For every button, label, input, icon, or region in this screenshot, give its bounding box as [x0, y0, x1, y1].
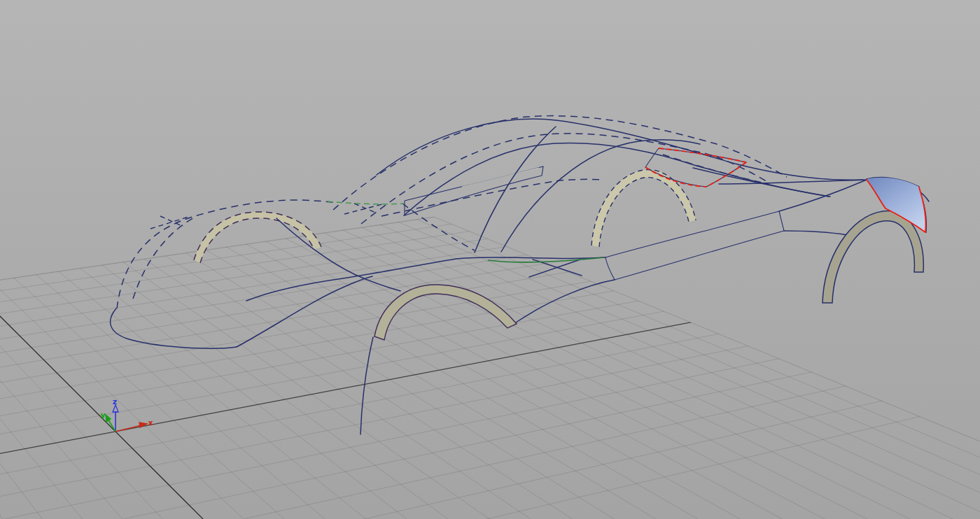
front-wheel-arch-far[interactable]	[194, 212, 321, 263]
grid-line	[0, 164, 268, 519]
grid-line	[0, 164, 19, 519]
mid-x-marker-dashed-2	[354, 204, 377, 213]
roof-arc-high-dashed	[333, 116, 787, 210]
grid-line	[43, 164, 651, 519]
grid-line	[0, 397, 980, 519]
3d-viewport[interactable]: z y x	[0, 0, 980, 519]
grid-line	[24, 164, 608, 519]
rear-wheel-arch-near[interactable]	[822, 211, 923, 303]
x-axis-line	[115, 425, 141, 432]
windshield-band	[405, 166, 543, 215]
arch-band-fill	[592, 170, 696, 247]
z-axis-label: z	[113, 397, 117, 406]
mid-x-marker-dashed-1	[344, 204, 382, 214]
grid-line	[0, 164, 102, 519]
grid-line	[0, 164, 184, 519]
front-arch-drop-line	[360, 337, 373, 434]
grid-line	[0, 164, 394, 519]
windshield-band-surface[interactable]	[405, 166, 543, 215]
grid-line	[0, 252, 226, 519]
car-body-wireframe[interactable]	[111, 119, 929, 434]
roofline-main	[377, 119, 863, 180]
rocker-sill-surface[interactable]	[606, 211, 784, 280]
front-x-marker-dashed-1	[150, 217, 188, 229]
grid-line	[0, 164, 143, 519]
windshield-band-highlight	[462, 168, 539, 187]
rocker-line-rear	[784, 231, 848, 235]
cowl-drop-dashed	[402, 204, 475, 250]
canopy-side-line	[404, 143, 830, 215]
grid-line	[0, 295, 980, 501]
quarter-crossing-dashed	[663, 155, 769, 184]
x-axis-label: x	[148, 418, 153, 427]
deck-x-line-2	[719, 180, 867, 184]
rocker-line-front	[516, 280, 615, 322]
bumper-to-arch-line	[237, 276, 372, 347]
front-green-dashed	[328, 201, 403, 204]
roof-arc-low-dashed	[361, 134, 770, 224]
quarter-right-edge-red	[706, 162, 746, 187]
grid-line	[204, 164, 980, 519]
grid-line	[0, 164, 60, 519]
y-axis-arrowhead	[106, 415, 111, 422]
rear-wheel-arch-far[interactable]	[592, 170, 696, 247]
sill-panel	[606, 211, 784, 280]
arch-band	[822, 211, 923, 303]
grid-line	[0, 352, 980, 519]
b-pillar-line-1	[475, 127, 556, 253]
y-axis-label: y	[100, 411, 105, 420]
arch-band-fill	[194, 212, 321, 263]
